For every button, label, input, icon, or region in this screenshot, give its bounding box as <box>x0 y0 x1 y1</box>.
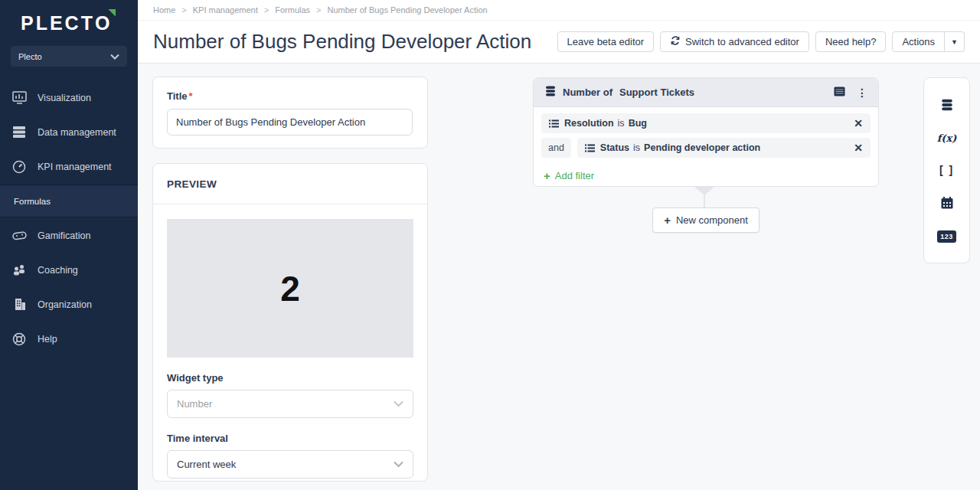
game-controller-icon <box>11 228 27 243</box>
filter-row: Resolution is Bug ✕ <box>541 113 871 133</box>
add-filter-button[interactable]: + Add filter <box>544 169 594 182</box>
add-filter-label: Add filter <box>555 170 594 181</box>
list-icon <box>549 119 559 128</box>
people-icon <box>11 263 27 278</box>
preview-value: 2 <box>280 268 300 309</box>
life-ring-icon <box>11 332 27 347</box>
calendar-tool-icon[interactable] <box>940 196 954 210</box>
table-view-icon[interactable] <box>834 86 845 100</box>
component-header[interactable]: Number of Support Tickets ⋮ <box>534 78 878 107</box>
filter-status[interactable]: Status is Pending developer action ✕ <box>577 138 871 158</box>
gauge-icon <box>11 159 27 175</box>
breadcrumb-home[interactable]: Home <box>153 5 175 15</box>
datasource-tool-icon[interactable] <box>940 98 954 112</box>
leave-beta-editor-button[interactable]: Leave beta editor <box>557 31 654 52</box>
chevron-down-icon <box>394 459 403 470</box>
page-title: Number of Bugs Pending Developer Action <box>153 30 557 54</box>
breadcrumb: Home > KPI management > Formulas > Numbe… <box>138 0 980 21</box>
filter-operator: is <box>618 118 625 129</box>
filter-field: Resolution <box>564 118 614 129</box>
caret-down-icon: ▼ <box>951 38 958 46</box>
plus-icon: + <box>664 214 671 227</box>
sidebar-item-label: Organization <box>38 299 92 310</box>
breadcrumb-separator: > <box>264 5 269 15</box>
chevron-down-icon <box>394 398 403 410</box>
sidebar-nav: Visualization Data management KPI manage… <box>0 80 138 356</box>
widget-type-label: Widget type <box>167 372 413 384</box>
sidebar-item-kpi-management[interactable]: KPI management <box>0 149 138 184</box>
breadcrumb-separator: > <box>316 5 321 15</box>
time-interval-select[interactable]: Current week <box>167 450 413 479</box>
filter-conjunction: and <box>541 138 571 158</box>
server-stack-icon <box>11 125 27 140</box>
time-interval-label: Time interval <box>167 433 413 444</box>
title-field-label: Title* <box>167 90 413 102</box>
breadcrumb-formulas[interactable]: Formulas <box>275 5 310 15</box>
filter-operator: is <box>633 142 640 153</box>
actions-button[interactable]: Actions <box>892 31 945 52</box>
sidebar-item-label: Coaching <box>38 265 78 276</box>
plus-icon: + <box>544 169 550 182</box>
bar-chart-icon <box>11 90 27 106</box>
sidebar-item-data-management[interactable]: Data management <box>0 115 138 149</box>
number-badge: 123 <box>937 230 956 243</box>
page-header: Home > KPI management > Formulas > Numbe… <box>138 0 980 63</box>
sidebar-item-label: Data management <box>38 127 116 138</box>
breadcrumb-current: Number of Bugs Pending Developer Action <box>328 5 488 15</box>
sidebar-item-label: Help <box>38 334 57 345</box>
component-prefix: Number of <box>563 87 612 98</box>
sidebar-item-label: Visualization <box>38 93 91 103</box>
filter-value: Pending developer action <box>644 142 760 153</box>
sidebar-item-organization[interactable]: Organization <box>0 287 138 322</box>
sidebar-item-coaching[interactable]: Coaching <box>0 253 138 287</box>
breadcrumb-separator: > <box>181 5 186 15</box>
list-icon <box>585 144 595 152</box>
filter-field: Status <box>600 142 629 153</box>
preview-heading: PREVIEW <box>167 178 217 190</box>
chevron-down-icon <box>110 52 119 61</box>
sidebar-item-gamification[interactable]: Gamification <box>0 218 138 253</box>
sidebar-subitem-label: Formulas <box>14 197 51 206</box>
time-interval-value: Current week <box>177 459 236 470</box>
breadcrumb-kpi-management[interactable]: KPI management <box>193 5 258 15</box>
kebab-menu-icon[interactable]: ⋮ <box>857 87 867 98</box>
organization-selector[interactable]: Plecto <box>11 46 127 67</box>
sidebar-item-visualization[interactable]: Visualization <box>0 80 138 115</box>
brackets-tool-icon[interactable]: [ ] <box>939 164 954 176</box>
new-component-button[interactable]: + New component <box>652 207 760 233</box>
filter-row: and Status is Pending developer action ✕ <box>541 138 871 158</box>
remove-filter-icon[interactable]: ✕ <box>854 142 863 154</box>
component-card: Number of Support Tickets ⋮ Resolution i… <box>533 77 879 187</box>
filter-value: Bug <box>629 118 647 129</box>
sidebar: PLECTO Plecto Visualization Data managem… <box>0 0 138 490</box>
switch-advanced-editor-button[interactable]: Switch to advanced editor <box>660 31 809 52</box>
sidebar-item-help[interactable]: Help <box>0 322 138 356</box>
sidebar-item-formulas-active[interactable]: Formulas <box>0 185 138 217</box>
datasource-icon <box>544 85 557 100</box>
new-component-label: New component <box>676 214 748 226</box>
formula-title-input[interactable] <box>167 109 413 136</box>
number-tool-icon[interactable]: 123 <box>937 230 956 243</box>
building-icon <box>11 297 27 312</box>
title-label-text: Title <box>167 90 188 102</box>
remove-filter-icon[interactable]: ✕ <box>854 117 863 129</box>
editor-canvas: Title* PREVIEW 2 Widget type Number Time… <box>138 63 980 490</box>
swap-arrows-icon <box>670 36 681 47</box>
logo-text: PLECT <box>21 12 95 34</box>
connector-line <box>704 194 705 208</box>
component-datasource-name[interactable]: Support Tickets <box>619 87 694 98</box>
sidebar-item-label: Gamification <box>38 230 90 241</box>
preview-card: PREVIEW 2 Widget type Number Time interv… <box>152 163 428 482</box>
need-help-button[interactable]: Need help? <box>815 31 887 52</box>
organization-name: Plecto <box>18 52 42 61</box>
filter-resolution[interactable]: Resolution is Bug ✕ <box>541 113 871 133</box>
actions-caret-button[interactable]: ▼ <box>945 31 965 52</box>
actions-split-button: Actions ▼ <box>892 31 965 52</box>
required-asterisk: * <box>189 90 193 102</box>
widget-type-select[interactable]: Number <box>167 390 413 418</box>
plecto-logo: PLECTO <box>0 0 138 35</box>
function-tool-icon[interactable]: f(x) <box>937 132 957 144</box>
logo-o: O <box>95 12 112 34</box>
widget-type-value: Number <box>177 398 212 410</box>
preview-header: PREVIEW <box>153 164 427 204</box>
